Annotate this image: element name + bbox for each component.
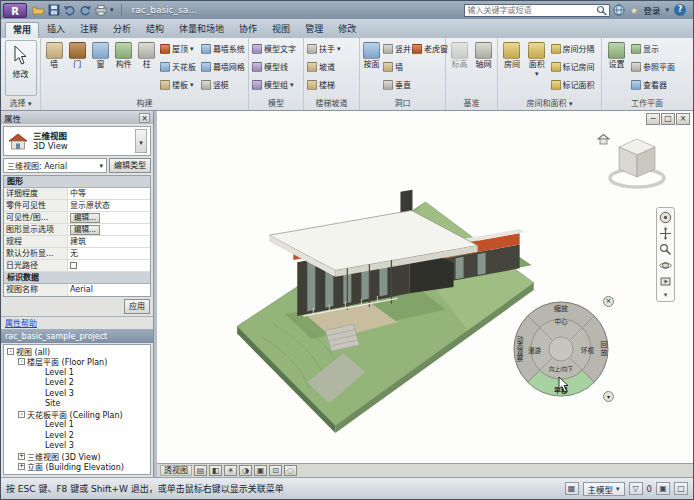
wheel-close-icon[interactable]: ×	[603, 296, 614, 307]
steering-wheel-tool-icon[interactable]	[659, 211, 672, 224]
crop-region-visibility-icon[interactable]: ⊡	[269, 465, 282, 476]
project-browser-header[interactable]: rac_basic_sample_project	[1, 329, 153, 343]
drawing-area[interactable]: − □ ×	[157, 111, 693, 477]
room-separator-button[interactable]: 房间分隔	[550, 40, 599, 57]
filter-icon[interactable]: ▽	[629, 482, 643, 495]
tree-item[interactable]: Level 3	[4, 441, 150, 452]
search-input[interactable]	[465, 6, 596, 15]
wheel-zoom-wedge[interactable]: 缩放	[511, 303, 611, 313]
wall-button[interactable]: 墙	[43, 40, 65, 98]
sun-path-icon[interactable]: ☀	[224, 465, 237, 476]
tree-item[interactable]: +立面 (Building Elevation)	[4, 462, 150, 473]
tree-item[interactable]: Level 1	[4, 420, 150, 431]
tab-modify[interactable]: 修改	[331, 22, 363, 38]
column-button[interactable]: 柱	[136, 40, 158, 98]
apply-button[interactable]: 应用	[124, 299, 150, 314]
tree-item[interactable]: Level 3	[4, 388, 150, 399]
property-group-graphics[interactable]: 图形	[4, 176, 150, 188]
favorites-icon[interactable]: ★	[630, 5, 639, 16]
navigation-bar-dropdown-icon[interactable]: ▾	[664, 291, 668, 299]
viewcube-home-icon[interactable]	[597, 133, 610, 145]
tree-item[interactable]: Level 1	[4, 367, 150, 378]
view-restore-icon[interactable]: □	[661, 113, 675, 125]
tree-expander[interactable]: +	[18, 463, 25, 470]
railing-button[interactable]: 扶手▾	[306, 40, 357, 57]
zoom-tool-icon[interactable]	[659, 243, 672, 256]
communication-center-icon[interactable]	[613, 4, 625, 16]
edit-visibility-button[interactable]: 编辑...	[70, 213, 100, 223]
wheel-rewind-wedge[interactable]: 回放	[598, 341, 608, 357]
tree-expander[interactable]: -	[7, 348, 14, 355]
select-toggle-icon[interactable]: ▣	[656, 482, 670, 495]
vertical-opening-button[interactable]: 垂直	[382, 76, 410, 93]
view-minimize-icon[interactable]: −	[646, 113, 660, 125]
property-value[interactable]: 中等	[68, 188, 150, 199]
door-button[interactable]: 门	[66, 40, 88, 98]
viewcube[interactable]	[599, 131, 671, 195]
opening-by-face-button[interactable]: 按面	[362, 40, 381, 98]
modify-button[interactable]: 修改	[5, 40, 37, 96]
window-button[interactable]: 窗	[89, 40, 111, 98]
sign-in-dropdown-icon[interactable]: ▾	[665, 6, 669, 14]
ref-plane-button[interactable]: 参照平面	[630, 58, 682, 75]
help-icon[interactable]: ?	[674, 4, 686, 16]
design-option-select[interactable]: 主模型 ▾	[583, 482, 625, 496]
tree-expander[interactable]: +	[18, 474, 25, 475]
temporary-hide-isolate-icon[interactable]: ◌	[284, 465, 297, 476]
wheel-menu-icon[interactable]: ▾	[603, 391, 614, 402]
model-group-button[interactable]: 模型组▾	[251, 76, 301, 93]
tree-expander[interactable]: +	[18, 453, 25, 460]
crop-view-icon[interactable]: ▣	[254, 465, 267, 476]
ceiling-button[interactable]: 天花板	[159, 58, 199, 75]
orbit-tool-icon[interactable]	[659, 259, 672, 272]
set-work-plane-button[interactable]: 设置	[604, 40, 629, 98]
shaft-button[interactable]: 竖井	[382, 40, 410, 57]
ramp-button[interactable]: 坡道	[306, 58, 357, 75]
tree-item[interactable]: -天花板平面 (Ceiling Plan)	[4, 409, 150, 420]
property-value[interactable]: 无	[68, 248, 150, 259]
tree-expander[interactable]: -	[18, 358, 25, 365]
roof-button[interactable]: 屋顶▾	[159, 40, 199, 57]
property-group-identity[interactable]: 标识数据	[4, 272, 150, 284]
sun-path-checkbox[interactable]	[70, 262, 77, 269]
panel-label-room-area[interactable]: 房间和面积 ▾	[498, 98, 601, 110]
tree-item[interactable]: Level 2	[4, 430, 150, 441]
wheel-orbit-wedge[interactable]: 动态观察	[514, 336, 524, 362]
area-button[interactable]: 面积▾	[525, 40, 549, 98]
opening-wall-button[interactable]: 墙	[382, 58, 410, 75]
worksharing-icon[interactable]: ▦	[565, 482, 579, 495]
resize-grip-icon[interactable]: □	[674, 482, 688, 495]
application-menu-button[interactable]: R	[3, 3, 27, 18]
detail-level-icon[interactable]: ▤	[194, 465, 207, 476]
viewer-button[interactable]: 查看器	[630, 76, 682, 93]
show-motion-tool-icon[interactable]	[659, 275, 672, 288]
panel-label-select[interactable]: 选择 ▾	[1, 98, 40, 110]
edit-display-options-button[interactable]: 编辑...	[70, 225, 100, 235]
wheel-walk-wedge[interactable]: 漫游	[528, 345, 541, 355]
tab-manage[interactable]: 管理	[298, 22, 330, 38]
wheel-center-wedge[interactable]: 中心	[511, 316, 611, 326]
open-icon[interactable]	[32, 4, 45, 16]
tree-item[interactable]: -视图 (all)	[4, 346, 150, 357]
3d-view[interactable]: − □ ×	[157, 111, 693, 463]
grid-button[interactable]: 轴网	[472, 40, 495, 98]
view-scale-label[interactable]: 透视图	[160, 465, 192, 476]
tree-item[interactable]: +三维视图 (3D View)	[4, 451, 150, 462]
tree-item[interactable]: -楼层平面 (Floor Plan)	[4, 357, 150, 368]
search-icon[interactable]	[596, 5, 609, 16]
tab-structure[interactable]: 结构	[139, 22, 171, 38]
property-value[interactable]: 显示原状态	[68, 200, 150, 211]
tag-area-button[interactable]: 标记面积	[550, 76, 599, 93]
view-filter-combo[interactable]: 三维视图: Aerial▾	[3, 158, 107, 173]
model-text-button[interactable]: 模型文字	[251, 40, 301, 57]
type-selector-dropdown-icon[interactable]: ▾	[135, 129, 147, 153]
dormer-button[interactable]: 老虎窗	[411, 40, 443, 57]
component-button[interactable]: 构件	[113, 40, 135, 98]
property-value[interactable]: Aerial	[68, 284, 150, 296]
mullion-button[interactable]: 竖梃	[200, 76, 246, 93]
tab-annotate[interactable]: 注释	[73, 22, 105, 38]
shadows-icon[interactable]: ◑	[239, 465, 252, 476]
show-work-plane-button[interactable]: 显示	[630, 40, 682, 57]
type-selector[interactable]: 三维视图 3D View ▾	[3, 126, 151, 156]
properties-header[interactable]: 属性 ×	[1, 111, 153, 124]
